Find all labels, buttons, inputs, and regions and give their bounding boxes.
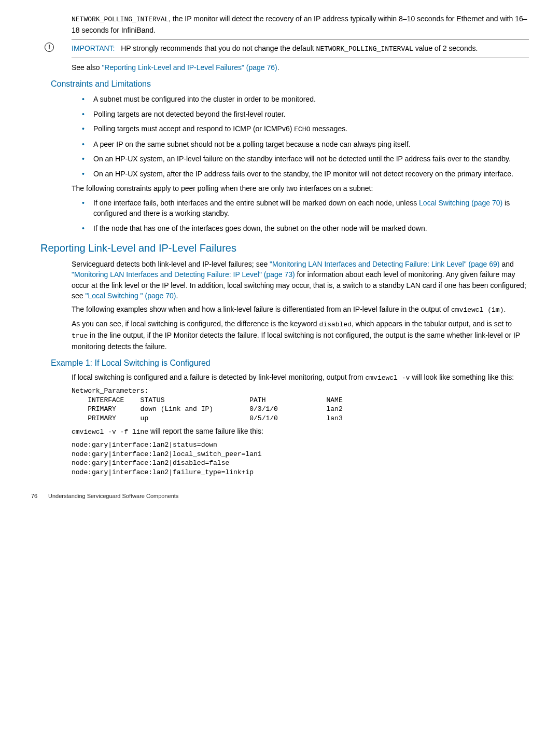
list-text: A subnet must be configured into the clu… <box>93 95 316 103</box>
see-also-prefix: See also <box>72 63 102 72</box>
list-text: messages. <box>310 125 347 133</box>
list-text: If the node that has one of the interfac… <box>93 224 427 232</box>
list-item: Polling targets are not detected beyond … <box>82 109 529 119</box>
text: . <box>503 305 506 313</box>
list-text: A peer IP on the same subnet should not … <box>93 140 411 148</box>
see-also-link[interactable]: "Reporting Link-Level and IP-Level Failu… <box>102 63 277 72</box>
text: will report the same failure like this: <box>148 427 263 435</box>
list-text: If one interface fails, both interfaces … <box>93 199 419 207</box>
code-inline: ECHO <box>294 126 310 133</box>
list-text: Polling targets must accept and respond … <box>93 125 294 133</box>
example1-content: If local switching is configured and a f… <box>72 372 529 477</box>
local-switching-link-2[interactable]: "Local Switching " (page 70) <box>85 292 176 300</box>
code-inline: disabled <box>319 321 352 328</box>
list-item: A peer IP on the same subnet should not … <box>82 139 529 149</box>
important-text-after: value of 2 seconds. <box>413 44 478 52</box>
see-also: See also "Reporting Link-Level and IP-Le… <box>72 62 529 73</box>
reporting-heading: Reporting Link-Level and IP-Level Failur… <box>40 241 529 256</box>
code-inline: NETWORK_POLLING_INTERVAL <box>72 16 169 23</box>
code-inline: cmviewcl (1m) <box>451 306 503 314</box>
text: . <box>176 292 178 300</box>
page-footer: 76 Understanding Serviceguard Software C… <box>31 492 529 501</box>
list-text: On an HP-UX system, an IP-level failure … <box>93 155 511 163</box>
reporting-para-1: Serviceguard detects both link-level and… <box>72 259 529 301</box>
important-text-before: HP strongly recommends that you do not c… <box>121 44 316 52</box>
list-item: A subnet must be configured into the clu… <box>82 94 529 104</box>
see-also-suffix: . <box>277 63 279 72</box>
text: As you can see, if local switching is co… <box>72 320 319 328</box>
text: Serviceguard detects both link-level and… <box>72 260 270 268</box>
monitoring-link-level-link[interactable]: "Monitoring LAN Interfaces and Detecting… <box>270 260 499 268</box>
monitoring-ip-level-link[interactable]: "Monitoring LAN Interfaces and Detecting… <box>72 270 295 279</box>
list-text: Polling targets are not detected beyond … <box>93 110 285 118</box>
list-item: If the node that has one of the interfac… <box>82 223 529 233</box>
important-label: IMPORTANT: <box>72 44 115 52</box>
text: and <box>500 260 514 268</box>
important-icon: ! <box>45 43 54 52</box>
list-item: If one interface fails, both interfaces … <box>82 198 529 219</box>
constraints-list-1: A subnet must be configured into the clu… <box>82 94 529 178</box>
constraints-mid-para: The following constraints apply to peer … <box>72 183 529 194</box>
constraints-content: A subnet must be configured into the clu… <box>72 94 529 233</box>
list-item: Polling targets must accept and respond … <box>82 123 529 135</box>
line-output: node:gary|interface:lan2|status=down nod… <box>72 440 529 477</box>
reporting-content: Serviceguard detects both link-level and… <box>72 259 529 352</box>
local-switching-link[interactable]: Local Switching (page 70) <box>419 199 502 207</box>
code-inline: cmviewcl -v <box>366 374 410 382</box>
network-parameters-output: Network_Parameters: INTERFACE STATUS PAT… <box>72 386 529 423</box>
page-content: NETWORK_POLLING_INTERVAL, the IP monitor… <box>72 13 529 73</box>
important-note: ! IMPORTANT: HP strongly recommends that… <box>45 39 529 58</box>
footer-title: Understanding Serviceguard Software Comp… <box>48 493 178 499</box>
reporting-para-2: The following examples show when and how… <box>72 304 529 315</box>
intro-paragraph: NETWORK_POLLING_INTERVAL, the IP monitor… <box>72 13 529 35</box>
text: in the line output, if the IP Monitor de… <box>72 331 520 351</box>
page-number: 76 <box>31 492 47 501</box>
code-inline: true <box>72 332 88 340</box>
example1-heading: Example 1: If Local Switching is Configu… <box>51 357 529 369</box>
code-inline: cmviewcl -v -f line <box>72 428 148 436</box>
text: The following examples show when and how… <box>72 305 451 313</box>
text: will look like something like this: <box>410 373 514 381</box>
constraints-heading: Constraints and Limitations <box>51 78 529 90</box>
important-body: IMPORTANT: HP strongly recommends that y… <box>72 39 529 58</box>
list-item: On an HP-UX system, after the IP address… <box>82 169 529 179</box>
code-inline: NETWORK_POLLING_INTERVAL <box>316 45 413 53</box>
example1-para-2: cmviewcl -v -f line will report the same… <box>72 426 529 437</box>
reporting-para-3: As you can see, if local switching is co… <box>72 319 529 352</box>
text: , which appears in the tabular output, a… <box>352 320 512 328</box>
text: If local switching is configured and a f… <box>72 373 366 381</box>
constraints-list-2: If one interface fails, both interfaces … <box>82 198 529 233</box>
list-text: On an HP-UX system, after the IP address… <box>93 170 513 178</box>
list-item: On an HP-UX system, an IP-level failure … <box>82 154 529 164</box>
example1-para-1: If local switching is configured and a f… <box>72 372 529 383</box>
